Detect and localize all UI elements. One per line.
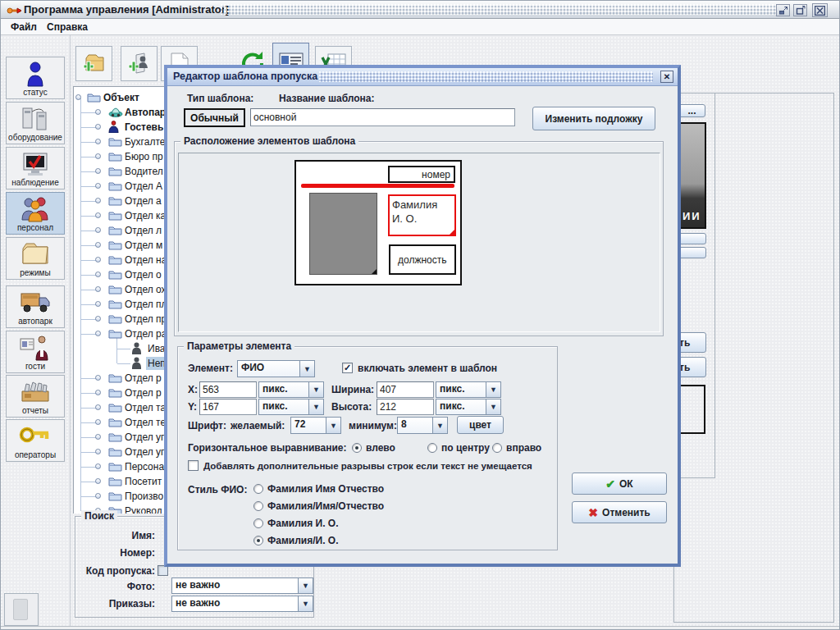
chevron-down-icon[interactable]: ▼ [299, 361, 314, 377]
tree-node[interactable]: Произво [74, 489, 164, 504]
tree-expand-handle[interactable] [95, 478, 101, 484]
search-photo-select[interactable]: не важно ▼ [171, 578, 313, 594]
photo-more-button[interactable]: ... [678, 104, 705, 117]
tree-expand-handle[interactable] [95, 331, 101, 336]
add-person-button[interactable] [121, 46, 158, 81]
tree-node-label[interactable]: Отдел ка [123, 209, 164, 222]
edit-button-clipped[interactable]: ть [677, 332, 706, 353]
tree-node[interactable]: Отдел пл [74, 297, 164, 312]
tree-node-label[interactable]: Отдел уп [123, 445, 164, 459]
tree-node[interactable]: Отдел уп [74, 430, 164, 445]
tree-expand-handle[interactable] [95, 404, 101, 410]
photo-action-button-1[interactable] [678, 233, 706, 244]
fio-style-radio-label[interactable]: Фамилия/И. О. [267, 535, 338, 546]
tree-node[interactable]: Отдел те [74, 415, 164, 430]
tree-node[interactable]: Гостевь [74, 120, 164, 135]
element-select[interactable]: ФИО ▼ [237, 360, 315, 377]
tree-expand-handle[interactable] [95, 375, 101, 381]
chevron-down-icon[interactable]: ▼ [432, 418, 447, 433]
tree-expand-handle[interactable] [95, 301, 101, 307]
sidebar-item-personnel[interactable]: персонал [6, 192, 65, 235]
add-department-button[interactable] [75, 46, 112, 81]
tree-node-label[interactable]: Отдел та [123, 401, 164, 414]
number-element[interactable]: номер [388, 166, 455, 183]
tree-expand-handle[interactable] [95, 390, 101, 395]
tree-node-label[interactable]: Отдел л [123, 224, 163, 237]
tree-expand-handle[interactable] [95, 227, 101, 233]
menu-help[interactable]: Справка [43, 21, 91, 34]
tree-node-label[interactable]: Отдел а [123, 194, 163, 208]
minimize-button[interactable] [776, 4, 790, 16]
sidebar-item-modes[interactable]: режимы [6, 237, 65, 280]
tree-node[interactable]: Отдел ох [74, 282, 164, 297]
tree-node-label[interactable]: Отдел ох [123, 283, 164, 296]
chevron-down-icon[interactable]: ▼ [308, 382, 323, 397]
tree-node[interactable]: Отдел уп [74, 445, 164, 459]
tree-node[interactable]: Бухгалте [74, 135, 164, 149]
tree-node-label[interactable]: Гостевь [123, 121, 164, 134]
fio-style-radio-1[interactable] [253, 501, 263, 511]
photo-placeholder-element[interactable] [309, 193, 377, 275]
resize-handle[interactable] [450, 230, 454, 235]
tree-node-label[interactable]: Бухгалте [123, 135, 164, 148]
tree-node-label[interactable]: Отдел р [123, 386, 163, 399]
close-button[interactable] [812, 3, 828, 17]
tree-expand-handle[interactable] [95, 316, 101, 322]
tree-node[interactable]: Отдел А [74, 179, 164, 194]
chevron-down-icon[interactable]: ▼ [308, 399, 323, 414]
align-radio-label[interactable]: вправо [506, 442, 541, 454]
template-type-value[interactable]: Обычный [184, 108, 245, 127]
tree-node[interactable]: Отдел ка [74, 208, 164, 223]
tree-node[interactable]: Посетит [74, 474, 164, 489]
tree-expand-handle[interactable] [95, 183, 101, 189]
tree-node-label[interactable]: Отдел уп [123, 431, 164, 444]
resize-handle[interactable] [372, 269, 377, 274]
tree-expand-handle[interactable] [95, 198, 101, 203]
tree-node[interactable]: Объект [74, 90, 164, 105]
tree-expand-handle[interactable] [95, 242, 101, 248]
chevron-down-icon[interactable]: ▼ [298, 578, 313, 593]
restore-button[interactable] [793, 4, 807, 16]
tree-node[interactable]: Автопар [74, 105, 164, 120]
template-name-input[interactable] [250, 108, 515, 126]
photo-action-button-2[interactable] [678, 247, 706, 258]
tree-node[interactable]: Персона [74, 459, 164, 474]
tree-node[interactable]: Отдел р [74, 386, 164, 400]
cancel-button[interactable]: ✖ Отменить [572, 501, 667, 523]
extra-linebreaks-checkbox[interactable] [188, 460, 199, 471]
tree-node-label[interactable]: Иван [146, 342, 164, 355]
height-units-select[interactable]: пикс.▼ [436, 399, 501, 415]
align-radio-1[interactable] [427, 443, 437, 453]
chevron-down-icon[interactable]: ▼ [486, 382, 500, 397]
tree-expand-handle[interactable] [95, 139, 101, 144]
fio-style-radio-label[interactable]: Фамилия/Имя/Отчество [267, 500, 384, 512]
tree-node[interactable]: Отдел о [74, 267, 164, 282]
position-element[interactable]: должность [389, 244, 456, 275]
align-radio-0[interactable] [352, 443, 362, 453]
tree-node-label[interactable]: Отдел о [123, 268, 163, 281]
sidebar-item-fleet[interactable]: автопарк [6, 285, 65, 328]
width-input[interactable] [377, 381, 434, 398]
tree-expand-handle[interactable] [95, 168, 101, 174]
tree-node-label[interactable]: Бюро пр [123, 150, 164, 163]
tree-expand-handle[interactable] [95, 272, 101, 277]
x-input[interactable] [199, 381, 257, 398]
tree-node-label[interactable]: Произво [123, 490, 164, 503]
tree-expand-handle[interactable] [95, 257, 101, 262]
sidebar-item-guests[interactable]: гости [6, 331, 65, 373]
tree-node[interactable]: Отдел на [74, 253, 164, 267]
menu-file[interactable]: Файл [7, 21, 40, 34]
fio-style-radio-label[interactable]: Фамилия Имя Отчество [267, 483, 384, 495]
tree-expand-handle[interactable] [95, 153, 101, 159]
align-radio-label[interactable]: влево [366, 442, 395, 454]
tree-node-label[interactable]: Руковод [123, 504, 164, 514]
change-background-button[interactable]: Изменить подложку [532, 107, 655, 130]
fio-style-radio-2[interactable] [253, 518, 263, 528]
color-button[interactable]: цвет [457, 416, 504, 434]
dialog-close-button[interactable]: ✕ [660, 71, 673, 83]
tree-node-label[interactable]: Отдел р [123, 372, 163, 385]
tree-node-label[interactable]: Отдел те [123, 416, 164, 429]
sidebar-item-operators[interactable]: операторы [6, 419, 65, 462]
tree-node[interactable]: Отдел а [74, 194, 164, 208]
tree-node-label[interactable]: Персона [123, 460, 164, 473]
